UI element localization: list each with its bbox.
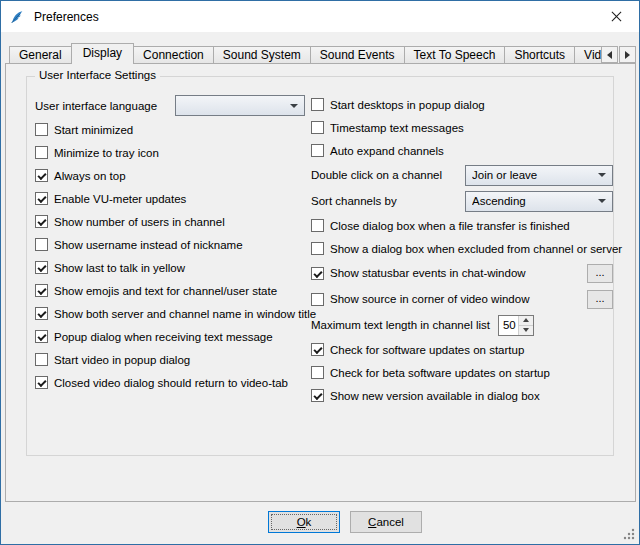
language-row: User interface language	[35, 93, 305, 118]
tab-sound-system[interactable]: Sound System	[213, 46, 311, 63]
tab-general[interactable]: General	[9, 46, 72, 63]
tab-sound-events[interactable]: Sound Events	[310, 46, 405, 63]
checkbox-icon	[311, 219, 324, 232]
titlebar[interactable]: Preferences	[1, 1, 639, 32]
tab-bar: General Display Connection Sound System …	[9, 43, 605, 64]
checkbox-icon	[35, 238, 48, 251]
right-column: Start desktops in popup dialog Timestamp…	[311, 93, 613, 407]
tab-scroll-left-button[interactable]	[601, 46, 618, 63]
spinner-value[interactable]: 50	[499, 316, 518, 335]
checkbox-last-to-talk-yellow[interactable]: Show last to talk in yellow	[35, 256, 305, 279]
checkbox-close-file-transfer-dialog[interactable]: Close dialog box when a file transfer is…	[311, 214, 613, 237]
ok-button[interactable]: Ok	[268, 511, 340, 533]
checkbox-icon	[35, 261, 48, 274]
checkbox-icon	[35, 307, 48, 320]
checkbox-popup-text-message[interactable]: Popup dialog when receiving text message	[35, 325, 305, 348]
checkbox-icon	[35, 123, 48, 136]
video-source-more-button[interactable]: ...	[587, 290, 613, 309]
app-icon	[9, 8, 27, 26]
checkbox-icon	[35, 192, 48, 205]
checkbox-icon	[35, 330, 48, 343]
checkbox-always-on-top[interactable]: Always on top	[35, 164, 305, 187]
statusbar-events-row: Show statusbar events in chat-window ...	[311, 260, 613, 286]
checkbox-show-new-version[interactable]: Show new version available in dialog box	[311, 384, 613, 407]
language-label: User interface language	[35, 100, 157, 112]
checkbox-timestamp-messages[interactable]: Timestamp text messages	[311, 116, 613, 139]
checkbox-icon	[311, 389, 324, 402]
checkbox-video-source-corner[interactable]: Show source in corner of video window	[311, 288, 529, 311]
max-text-length-row: Maximum text length in channel list 50	[311, 312, 613, 338]
arrow-right-icon	[625, 51, 630, 59]
tab-scroll-right-button[interactable]	[619, 46, 636, 63]
checkbox-icon	[311, 267, 324, 280]
double-click-value: Join or leave	[472, 169, 592, 181]
checkbox-server-channel-title[interactable]: Show both server and channel name in win…	[35, 302, 305, 325]
close-button[interactable]	[593, 1, 639, 32]
checkbox-show-username[interactable]: Show username instead of nickname	[35, 233, 305, 256]
checkbox-statusbar-events[interactable]: Show statusbar events in chat-window	[311, 262, 526, 285]
video-source-row: Show source in corner of video window ..…	[311, 286, 613, 312]
ui-settings-group: User Interface Settings User interface l…	[26, 76, 614, 456]
close-icon	[611, 11, 622, 22]
tab-text-to-speech[interactable]: Text To Speech	[404, 46, 506, 63]
checkbox-minimize-to-tray[interactable]: Minimize to tray icon	[35, 141, 305, 164]
spin-down-button[interactable]	[519, 325, 533, 335]
left-column: User interface language Start minimized …	[35, 93, 305, 394]
triangle-down-icon	[523, 328, 529, 332]
chevron-down-icon	[290, 104, 298, 108]
group-title: User Interface Settings	[35, 69, 160, 81]
tab-scroller	[600, 46, 636, 63]
checkbox-icon	[35, 146, 48, 159]
checkbox-icon	[311, 121, 324, 134]
checkbox-icon	[311, 98, 324, 111]
checkbox-icon	[35, 169, 48, 182]
checkbox-icon	[35, 284, 48, 297]
double-click-label: Double click on a channel	[311, 169, 442, 181]
tab-connection[interactable]: Connection	[133, 46, 214, 63]
sort-channels-label: Sort channels by	[311, 195, 397, 207]
sort-channels-value: Ascending	[472, 195, 592, 207]
checkbox-check-beta-updates[interactable]: Check for beta software updates on start…	[311, 361, 613, 384]
checkbox-icon	[35, 376, 48, 389]
arrow-left-icon	[607, 51, 612, 59]
cancel-button[interactable]: Cancel	[350, 511, 422, 533]
checkbox-start-video-popup[interactable]: Start video in popup dialog	[35, 348, 305, 371]
checkbox-closed-video-return[interactable]: Closed video dialog should return to vid…	[35, 371, 305, 394]
checkbox-icon	[35, 215, 48, 228]
tab-content-pane: User Interface Settings User interface l…	[5, 63, 636, 502]
max-text-length-label: Maximum text length in channel list	[311, 319, 490, 331]
checkbox-show-excluded-dialog[interactable]: Show a dialog box when excluded from cha…	[311, 237, 613, 260]
window-title: Preferences	[34, 10, 99, 24]
checkbox-show-user-count[interactable]: Show number of users in channel	[35, 210, 305, 233]
chevron-down-icon	[598, 173, 606, 177]
spinner-buttons	[518, 316, 533, 335]
statusbar-events-more-button[interactable]: ...	[587, 264, 613, 283]
language-dropdown[interactable]	[175, 95, 305, 116]
checkbox-vu-meter-updates[interactable]: Enable VU-meter updates	[35, 187, 305, 210]
checkbox-auto-expand-channels[interactable]: Auto expand channels	[311, 139, 613, 162]
chevron-down-icon	[598, 199, 606, 203]
checkbox-icon	[311, 366, 324, 379]
triangle-up-icon	[523, 318, 529, 322]
checkbox-icon	[35, 353, 48, 366]
checkbox-start-minimized[interactable]: Start minimized	[35, 118, 305, 141]
tab-shortcuts[interactable]: Shortcuts	[504, 46, 575, 63]
max-text-length-spinner[interactable]: 50	[498, 315, 534, 336]
preferences-dialog: Preferences General Display Connection S…	[0, 0, 640, 545]
checkbox-start-desktops-popup[interactable]: Start desktops in popup dialog	[311, 93, 613, 116]
checkbox-icon	[311, 293, 324, 306]
double-click-row: Double click on a channel Join or leave	[311, 162, 613, 188]
sort-channels-dropdown[interactable]: Ascending	[465, 191, 613, 212]
checkbox-icon	[311, 144, 324, 157]
double-click-dropdown[interactable]: Join or leave	[465, 165, 613, 186]
checkbox-icon	[311, 242, 324, 255]
checkbox-check-updates[interactable]: Check for software updates on startup	[311, 338, 613, 361]
checkbox-icon	[311, 343, 324, 356]
spin-up-button[interactable]	[519, 316, 533, 325]
checkbox-show-emojis[interactable]: Show emojis and text for channel/user st…	[35, 279, 305, 302]
sort-channels-row: Sort channels by Ascending	[311, 188, 613, 214]
resize-grip[interactable]	[622, 527, 636, 541]
tab-display[interactable]: Display	[71, 43, 134, 64]
